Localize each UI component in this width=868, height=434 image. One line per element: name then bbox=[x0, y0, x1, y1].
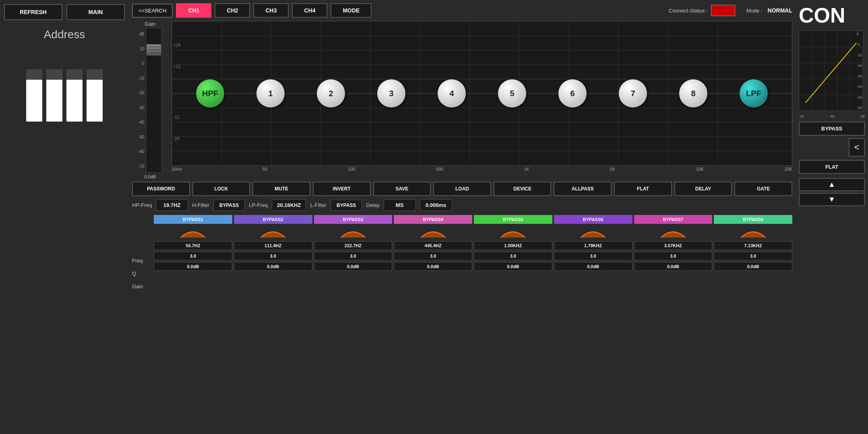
peak-icon-6 bbox=[579, 225, 607, 240]
gain-fader[interactable] bbox=[146, 28, 162, 173]
band8-knob[interactable]: 8 bbox=[679, 79, 707, 107]
load-button[interactable]: LOAD bbox=[433, 182, 491, 196]
band2-q[interactable]: 3.0 bbox=[234, 252, 312, 260]
bypass2-button[interactable]: BYPASS2 bbox=[234, 215, 312, 224]
allpass-button[interactable]: ALLPASS bbox=[554, 182, 612, 196]
delay-unit[interactable]: MS bbox=[384, 199, 416, 211]
band2-knob[interactable]: 2 bbox=[317, 79, 345, 107]
band2-freq[interactable]: 111.4HZ bbox=[234, 241, 312, 250]
db-plus24: +24 bbox=[174, 43, 180, 48]
band-row-labels: Freq Q Gain bbox=[132, 215, 152, 292]
right-panel: CON 6 -2 -10 -18 -26 -34 -42 -50 -42 - bbox=[796, 0, 868, 434]
con-scale-right: 6 -2 -10 -18 -26 -34 -42 -50 bbox=[857, 31, 862, 111]
refresh-button[interactable]: REFRESH bbox=[4, 4, 62, 20]
bypass1-button[interactable]: BYPASS1 bbox=[154, 215, 232, 224]
down-arrow-button[interactable]: ▼ bbox=[799, 193, 865, 206]
flat-button[interactable]: FLAT bbox=[614, 182, 672, 196]
band-col-8: BYPASS87.13KHZ3.00.0dB bbox=[714, 215, 792, 292]
lpf-knob[interactable]: LPF bbox=[740, 79, 768, 107]
band4-q[interactable]: 3.0 bbox=[394, 252, 472, 260]
band8-freq[interactable]: 7.13KHZ bbox=[714, 241, 792, 250]
band2-gain[interactable]: 0.0dB bbox=[234, 262, 312, 271]
bypass5-button[interactable]: BYPASS5 bbox=[474, 215, 552, 224]
save-button[interactable]: SAVE bbox=[373, 182, 431, 196]
fader-thumb bbox=[147, 44, 161, 56]
delay-button[interactable]: DELAY bbox=[674, 182, 732, 196]
up-arrow-button[interactable]: ▲ bbox=[799, 178, 865, 191]
band6-q[interactable]: 3.0 bbox=[554, 252, 632, 260]
db-minus24: -24 bbox=[174, 136, 179, 141]
con-label: CON bbox=[799, 3, 865, 27]
device-button[interactable]: DEVICE bbox=[494, 182, 552, 196]
lp-freq-value[interactable]: 20.16KHZ bbox=[272, 199, 306, 211]
flat-button[interactable]: FLAT bbox=[799, 160, 865, 174]
band3-knob[interactable]: 3 bbox=[377, 79, 405, 107]
mute-button[interactable]: MUTE bbox=[252, 182, 310, 196]
band5-q[interactable]: 3.0 bbox=[474, 252, 552, 260]
band7-knob[interactable]: 7 bbox=[619, 79, 647, 107]
lock-button[interactable]: LOCK bbox=[192, 182, 250, 196]
gain-label: Gain bbox=[145, 21, 155, 27]
main-button[interactable]: MAIN bbox=[66, 4, 125, 20]
band7-gain[interactable]: 0.0dB bbox=[634, 262, 713, 271]
ch2-button[interactable]: CH2 bbox=[215, 3, 250, 18]
peak-icon-7 bbox=[659, 225, 687, 240]
freq-labels: 20Hz 50 100 500 1K 5K 10K 20K bbox=[172, 166, 792, 172]
band1-gain[interactable]: 0.0dB bbox=[154, 262, 232, 271]
band4-gain[interactable]: 0.0dB bbox=[394, 262, 472, 271]
band5-knob[interactable]: 5 bbox=[498, 79, 526, 107]
peak-icon-8 bbox=[739, 225, 767, 240]
band8-gain[interactable]: 0.0dB bbox=[714, 262, 792, 271]
band4-knob[interactable]: 4 bbox=[438, 79, 466, 107]
bypass4-button[interactable]: BYPASS4 bbox=[394, 215, 472, 224]
scale-numbers: dB 10 0 -10 -20 -30 -40 -50 -60 -70 bbox=[138, 28, 144, 173]
hpf-knob[interactable]: HPF bbox=[196, 79, 224, 107]
search-button[interactable]: <<SEARCH bbox=[132, 4, 173, 18]
ch4-button[interactable]: CH4 bbox=[292, 3, 327, 18]
band4-freq[interactable]: 445.4HZ bbox=[394, 241, 472, 250]
band-col-3: BYPASS3222.7HZ3.00.0dB bbox=[314, 215, 393, 292]
band6-knob[interactable]: 6 bbox=[558, 79, 587, 107]
bypass8-button[interactable]: BYPASS8 bbox=[714, 215, 792, 224]
band3-gain[interactable]: 0.0dB bbox=[314, 262, 393, 271]
invert-button[interactable]: INVERT bbox=[313, 182, 371, 196]
right-arrow[interactable]: < bbox=[849, 138, 865, 157]
h-filter-bypass[interactable]: BYPASS bbox=[213, 200, 245, 211]
bypass3-button[interactable]: BYPASS3 bbox=[314, 215, 393, 224]
bypass7-button[interactable]: BYPASS7 bbox=[634, 215, 713, 224]
band1-q[interactable]: 3.0 bbox=[154, 252, 232, 260]
bypass-button[interactable]: BYPASS bbox=[799, 122, 865, 136]
band1-freq[interactable]: 55.7HZ bbox=[154, 241, 232, 250]
band6-gain[interactable]: 0.0dB bbox=[554, 262, 632, 271]
band7-freq[interactable]: 3.57KHZ bbox=[634, 241, 713, 250]
password-button[interactable]: PASSWORD bbox=[132, 182, 190, 196]
peak-icon-5 bbox=[499, 225, 527, 240]
connect-status-label: Connect-Status : bbox=[669, 8, 708, 14]
eq-section: Gain dB 10 0 -10 -20 -30 -40 -50 -60 -70 bbox=[132, 21, 792, 179]
band5-gain[interactable]: 0.0dB bbox=[474, 262, 552, 271]
delay-label: Delay bbox=[366, 202, 379, 208]
con-graph-svg bbox=[799, 31, 863, 111]
hp-freq-value[interactable]: 19.7HZ bbox=[156, 199, 188, 211]
mode-value: NORMAL bbox=[768, 7, 792, 14]
band3-q[interactable]: 3.0 bbox=[314, 252, 393, 260]
band6-freq[interactable]: 1.79KHZ bbox=[554, 241, 632, 250]
band7-q[interactable]: 3.0 bbox=[634, 252, 713, 260]
ch3-button[interactable]: CH3 bbox=[253, 3, 289, 18]
connect-indicator bbox=[711, 5, 735, 16]
bypass6-button[interactable]: BYPASS6 bbox=[554, 215, 632, 224]
ch1-button[interactable]: CH1 bbox=[176, 3, 211, 18]
band5-freq[interactable]: 1.00KHZ bbox=[474, 241, 552, 250]
band3-freq[interactable]: 222.7HZ bbox=[314, 241, 393, 250]
con-scale-bottom: -42 -34 -26 bbox=[799, 114, 865, 118]
h-filter-label: H-Filter bbox=[192, 202, 209, 208]
band8-q[interactable]: 3.0 bbox=[714, 252, 792, 260]
delay-value[interactable]: 0.000ms bbox=[420, 199, 452, 211]
peak-icon-3 bbox=[339, 225, 367, 240]
peak-icon-1 bbox=[179, 225, 207, 240]
gate-button[interactable]: GATE bbox=[734, 182, 792, 196]
mode-button[interactable]: MODE bbox=[331, 3, 372, 18]
eq-graph[interactable]: +24 +12 -12 -24 HPF 1 2 3 4 5 6 7 8 LPF bbox=[172, 21, 792, 166]
band1-knob[interactable]: 1 bbox=[256, 79, 285, 107]
l-filter-bypass[interactable]: BYPASS bbox=[331, 200, 362, 211]
